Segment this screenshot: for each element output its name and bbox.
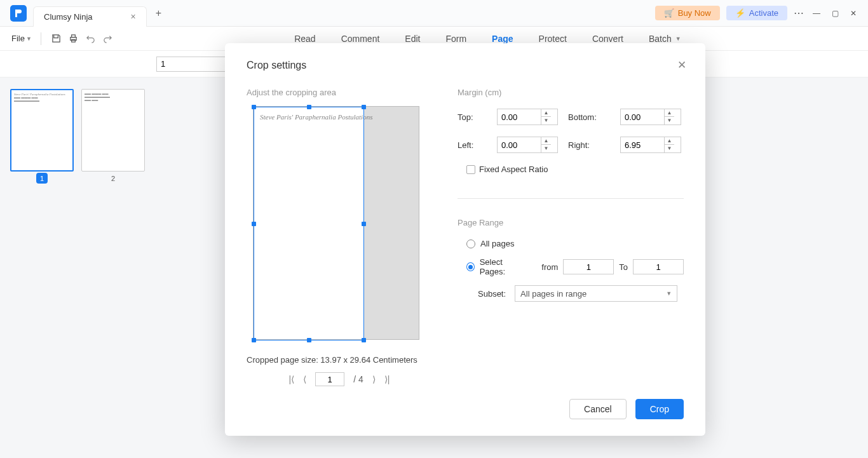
handle-bot-right[interactable] xyxy=(362,338,366,342)
first-page-icon[interactable]: |⟨ xyxy=(289,374,295,384)
spin-down-icon[interactable]: ▼ xyxy=(541,117,551,125)
spin-down-icon[interactable]: ▼ xyxy=(665,145,674,152)
close-tab-icon[interactable]: × xyxy=(131,11,136,22)
spin-up-icon[interactable]: ▲ xyxy=(541,109,551,117)
page-number-input[interactable] xyxy=(156,57,226,72)
menu-convert[interactable]: Convert xyxy=(592,34,623,44)
close-dialog-icon[interactable]: ✕ xyxy=(677,58,686,72)
spin-down-icon[interactable]: ▼ xyxy=(665,117,674,125)
menu-page[interactable]: Page xyxy=(492,34,513,44)
handle-top-right[interactable] xyxy=(362,105,366,109)
more-menu-icon[interactable]: ⋯ xyxy=(794,7,804,19)
buy-now-label: Buy Now xyxy=(678,8,711,18)
crop-preview[interactable]: Steve Paris' Paraphernalia Postulations xyxy=(253,106,419,340)
preview-page-input[interactable] xyxy=(315,372,344,386)
bottom-value[interactable] xyxy=(621,112,664,122)
subset-select[interactable]: All pages in range ▼ xyxy=(515,285,677,302)
handle-mid-right[interactable] xyxy=(362,222,366,226)
svg-rect-2 xyxy=(72,39,76,42)
spin-down-icon[interactable]: ▼ xyxy=(541,145,551,152)
thumbnail-panel: Steve Paris' Paraphernalia Postulations▬… xyxy=(0,77,155,458)
file-menu[interactable]: File ▼ xyxy=(9,31,34,46)
file-label: File xyxy=(11,34,25,43)
all-pages-label: All pages xyxy=(480,239,514,248)
print-icon[interactable] xyxy=(69,34,78,43)
select-pages-radio[interactable]: Select Pages: from To xyxy=(466,257,684,276)
thumbnail-label-1: 1 xyxy=(36,173,48,184)
cancel-button[interactable]: Cancel xyxy=(569,399,627,419)
adjust-label: Adjust the cropping area xyxy=(247,88,432,97)
maximize-icon[interactable]: ▢ xyxy=(829,6,841,20)
top-value[interactable] xyxy=(498,112,541,122)
handle-bot-left[interactable] xyxy=(252,338,256,342)
lightning-icon: ⚡ xyxy=(735,8,745,18)
prev-page-icon[interactable]: ⟨ xyxy=(303,374,306,384)
fixed-aspect-label: Fixed Aspect Ratio xyxy=(479,165,548,174)
chevron-down-icon: ▼ xyxy=(26,36,32,42)
subset-value: All pages in range xyxy=(520,289,587,299)
menu-comment[interactable]: Comment xyxy=(341,34,380,44)
svg-rect-1 xyxy=(72,35,76,37)
undo-icon[interactable] xyxy=(86,34,95,43)
preview-page-total: / 4 xyxy=(353,374,363,384)
activate-label: Activate xyxy=(749,8,778,18)
right-label: Right: xyxy=(568,140,613,150)
handle-top-left[interactable] xyxy=(252,105,256,109)
crop-button[interactable]: Crop xyxy=(635,399,684,419)
spin-up-icon[interactable]: ▲ xyxy=(665,137,674,145)
chevron-down-icon: ▼ xyxy=(675,36,681,42)
top-label: Top: xyxy=(458,112,489,122)
handle-bot-mid[interactable] xyxy=(307,338,311,342)
spin-up-icon[interactable]: ▲ xyxy=(541,137,551,145)
next-page-icon[interactable]: ⟩ xyxy=(372,374,376,384)
to-input[interactable] xyxy=(633,259,684,274)
crop-selection[interactable] xyxy=(254,107,364,340)
handle-top-mid[interactable] xyxy=(307,105,311,109)
from-label: from xyxy=(541,262,558,272)
left-label: Left: xyxy=(458,140,489,150)
left-value[interactable] xyxy=(498,140,541,150)
bottom-input[interactable]: ▲▼ xyxy=(620,109,681,125)
thumbnail-1[interactable]: Steve Paris' Paraphernalia Postulations▬… xyxy=(10,89,74,172)
app-logo xyxy=(10,5,27,22)
margin-section-label: Margin (cm) xyxy=(458,88,684,97)
to-label: To xyxy=(619,262,628,272)
document-tab[interactable]: Clumsy Ninja × xyxy=(33,6,147,27)
thumbnail-label-2: 2 xyxy=(107,173,119,184)
add-tab-button[interactable]: + xyxy=(156,8,161,19)
from-input[interactable] xyxy=(563,259,614,274)
titlebar: Clumsy Ninja × + 🛒 Buy Now ⚡ Activate ⋯ … xyxy=(0,0,868,27)
right-input[interactable]: ▲▼ xyxy=(620,137,681,153)
thumbnail-2[interactable]: ▬▬ ▬▬▬ ▬▬▬▬▬▬▬▬▬▬▬▬ ▬▬ xyxy=(81,89,145,172)
right-value[interactable] xyxy=(621,140,664,150)
subset-label: Subset: xyxy=(478,289,506,299)
handle-mid-left[interactable] xyxy=(252,222,256,226)
menu-batch[interactable]: Batch ▼ xyxy=(649,34,681,44)
cart-icon: 🛒 xyxy=(664,8,674,18)
activate-button[interactable]: ⚡ Activate xyxy=(726,6,787,20)
fixed-aspect-checkbox[interactable]: Fixed Aspect Ratio xyxy=(466,165,684,174)
page-range-label: Page Range xyxy=(458,218,684,227)
all-pages-radio[interactable]: All pages xyxy=(466,239,684,248)
divider xyxy=(458,198,684,199)
menu-edit[interactable]: Edit xyxy=(405,34,420,44)
save-icon[interactable] xyxy=(51,34,61,43)
cropped-size-label: Cropped page size: 13.97 x 29.64 Centime… xyxy=(247,355,432,365)
spin-up-icon[interactable]: ▲ xyxy=(665,109,674,117)
menu-read[interactable]: Read xyxy=(294,34,315,44)
redo-icon[interactable] xyxy=(103,34,112,43)
radio-icon xyxy=(466,262,475,271)
last-page-icon[interactable]: ⟩| xyxy=(384,374,390,384)
tab-title: Clumsy Ninja xyxy=(44,12,93,22)
bottom-label: Bottom: xyxy=(568,112,613,122)
buy-now-button[interactable]: 🛒 Buy Now xyxy=(655,6,720,20)
crop-settings-dialog: Crop settings ✕ Adjust the cropping area… xyxy=(225,43,705,436)
select-pages-label: Select Pages: xyxy=(480,257,526,276)
menu-form[interactable]: Form xyxy=(445,34,466,44)
left-input[interactable]: ▲▼ xyxy=(497,137,558,153)
top-input[interactable]: ▲▼ xyxy=(497,109,558,125)
minimize-icon[interactable]: — xyxy=(810,6,823,20)
menu-protect[interactable]: Protect xyxy=(539,34,567,44)
close-window-icon[interactable]: ✕ xyxy=(848,6,859,20)
main-menu: Read Comment Edit Form Page Protect Conv… xyxy=(116,34,859,44)
